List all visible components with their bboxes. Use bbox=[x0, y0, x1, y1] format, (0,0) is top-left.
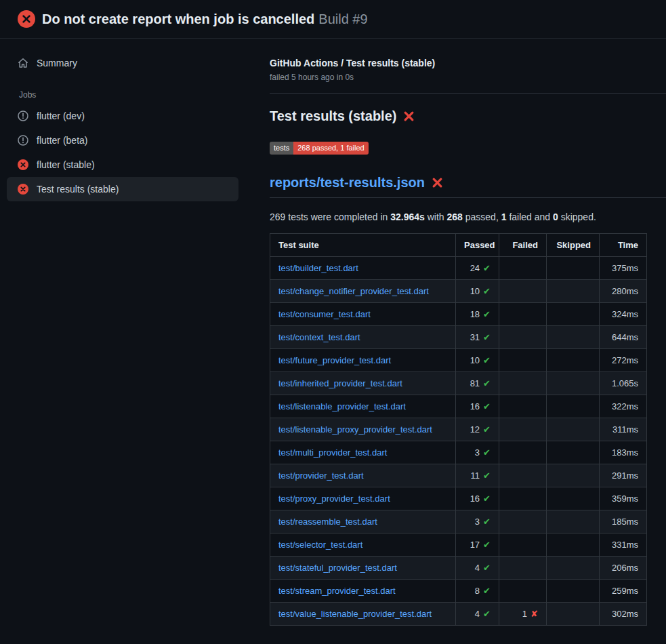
passed-count: 8 bbox=[475, 586, 480, 596]
section-title-text: Test results (stable) bbox=[270, 108, 396, 124]
summary-text: skipped. bbox=[558, 212, 596, 222]
suite-link[interactable]: test/provider_test.dart bbox=[278, 470, 364, 481]
failed-cell bbox=[499, 534, 547, 557]
suite-link[interactable]: test/stateful_provider_test.dart bbox=[278, 563, 397, 573]
sidebar-item-summary[interactable]: Summary bbox=[7, 51, 238, 75]
suite-cell: test/inherited_provider_test.dart bbox=[270, 372, 456, 395]
suite-cell: test/proxy_provider_test.dart bbox=[270, 487, 456, 510]
suite-link[interactable]: test/builder_test.dart bbox=[278, 263, 358, 273]
suite-link[interactable]: test/proxy_provider_test.dart bbox=[278, 494, 390, 504]
passed-cell: 16✔ bbox=[456, 395, 499, 418]
time-cell: 1.065s bbox=[600, 372, 647, 395]
failed-cell bbox=[499, 580, 547, 603]
table-row: test/selector_test.dart17✔331ms bbox=[270, 534, 647, 557]
time-cell: 185ms bbox=[600, 510, 647, 534]
failed-cell bbox=[499, 326, 547, 349]
table-row: test/listenable_provider_test.dart16✔322… bbox=[270, 395, 647, 418]
passed-cell: 4✔ bbox=[456, 557, 499, 580]
failed-status-icon bbox=[18, 184, 28, 195]
check-icon: ✔ bbox=[483, 401, 491, 411]
passed-cell: 3✔ bbox=[456, 510, 499, 534]
suite-link[interactable]: test/reassemble_test.dart bbox=[278, 517, 377, 527]
cross-mark-icon bbox=[403, 110, 415, 122]
table-row: test/context_test.dart31✔644ms bbox=[270, 326, 647, 349]
check-icon: ✔ bbox=[483, 332, 491, 342]
col-test-suite: Test suite bbox=[270, 234, 456, 257]
failed-cell bbox=[499, 303, 547, 326]
sidebar-item-flutter-stable[interactable]: flutter (stable) bbox=[7, 153, 238, 177]
passed-count: 12 bbox=[470, 424, 480, 435]
skipped-cell bbox=[547, 349, 600, 372]
table-row: test/stream_provider_test.dart8✔259ms bbox=[270, 580, 647, 603]
time-cell: 280ms bbox=[600, 280, 647, 303]
sidebar-item-flutter-dev[interactable]: flutter (dev) bbox=[7, 104, 238, 128]
suite-link[interactable]: test/consumer_test.dart bbox=[278, 309, 371, 319]
suite-cell: test/consumer_test.dart bbox=[270, 303, 456, 326]
check-icon: ✔ bbox=[483, 540, 491, 550]
suite-link[interactable]: test/listenable_proxy_provider_test.dart bbox=[278, 424, 432, 435]
suite-link[interactable]: test/multi_provider_test.dart bbox=[278, 447, 387, 458]
table-row: test/consumer_test.dart18✔324ms bbox=[270, 303, 647, 326]
failed-cell bbox=[499, 418, 547, 441]
main-content: GitHub Actions / Test results (stable) f… bbox=[270, 39, 666, 626]
table-row: test/provider_test.dart11✔291ms bbox=[270, 464, 647, 487]
report-heading: reports/test-results.json bbox=[270, 175, 666, 198]
skipped-cell bbox=[547, 418, 600, 441]
check-icon: ✔ bbox=[483, 447, 491, 458]
passed-cell: 11✔ bbox=[456, 464, 499, 487]
suite-link[interactable]: test/inherited_provider_test.dart bbox=[278, 378, 402, 388]
col-passed: Passed bbox=[456, 234, 499, 257]
summary-text: passed, bbox=[463, 212, 501, 222]
sidebar-item-flutter-beta[interactable]: flutter (beta) bbox=[7, 128, 238, 153]
skipped-cell bbox=[547, 326, 600, 349]
run-header: Do not create report when job is cancell… bbox=[0, 0, 666, 39]
passed-cell: 17✔ bbox=[456, 534, 499, 557]
check-icon: ✔ bbox=[483, 286, 491, 296]
sidebar-item-test-results-stable[interactable]: Test results (stable) bbox=[7, 177, 238, 201]
table-row: test/stateful_provider_test.dart4✔206ms bbox=[270, 557, 647, 580]
summary-passed-count: 268 bbox=[447, 212, 463, 222]
suite-link[interactable]: test/selector_test.dart bbox=[278, 540, 362, 550]
report-link[interactable]: reports/test-results.json bbox=[270, 175, 425, 190]
table-row: test/inherited_provider_test.dart81✔1.06… bbox=[270, 372, 647, 395]
run-title-text: Do not create report when job is cancell… bbox=[42, 12, 314, 26]
suite-link[interactable]: test/value_listenable_provider_test.dart bbox=[278, 609, 432, 619]
time-cell: 291ms bbox=[600, 464, 647, 487]
suite-link[interactable]: test/listenable_provider_test.dart bbox=[278, 401, 406, 411]
time-cell: 206ms bbox=[600, 557, 647, 580]
failed-cell bbox=[499, 464, 547, 487]
table-header-row: Test suite Passed Failed Skipped Time bbox=[270, 234, 647, 257]
sidebar-job-label: flutter (dev) bbox=[37, 110, 85, 121]
badge-row: tests 268 passed, 1 failed bbox=[270, 142, 666, 155]
passed-cell: 8✔ bbox=[456, 580, 499, 603]
jobs-section-label: Jobs bbox=[19, 90, 238, 100]
suite-cell: test/listenable_provider_test.dart bbox=[270, 395, 456, 418]
suite-link[interactable]: test/stream_provider_test.dart bbox=[278, 586, 396, 596]
skipped-cell bbox=[547, 464, 600, 487]
passed-cell: 31✔ bbox=[456, 326, 499, 349]
failed-cell bbox=[499, 372, 547, 395]
check-icon: ✔ bbox=[483, 586, 491, 596]
tests-badge: tests 268 passed, 1 failed bbox=[270, 142, 369, 155]
suite-link[interactable]: test/change_notifier_provider_test.dart bbox=[278, 286, 429, 296]
suite-cell: test/stream_provider_test.dart bbox=[270, 580, 456, 603]
check-icon: ✔ bbox=[483, 309, 491, 319]
suite-cell: test/stateful_provider_test.dart bbox=[270, 557, 456, 580]
suite-link[interactable]: test/context_test.dart bbox=[278, 332, 360, 342]
x-icon: ✘ bbox=[530, 609, 538, 619]
failed-cell bbox=[499, 487, 547, 510]
skipped-cell bbox=[547, 580, 600, 603]
suite-link[interactable]: test/future_provider_test.dart bbox=[278, 355, 391, 365]
skipped-cell bbox=[547, 372, 600, 395]
check-icon: ✔ bbox=[483, 263, 491, 273]
results-table-body: test/builder_test.dart24✔375mstest/chang… bbox=[270, 257, 647, 626]
time-cell: 359ms bbox=[600, 487, 647, 510]
suite-cell: test/listenable_proxy_provider_test.dart bbox=[270, 418, 456, 441]
passed-cell: 10✔ bbox=[456, 280, 499, 303]
passed-count: 3 bbox=[475, 447, 480, 458]
sidebar-job-label: flutter (beta) bbox=[37, 135, 87, 146]
col-failed: Failed bbox=[499, 234, 547, 257]
sidebar-job-label: Test results (stable) bbox=[37, 184, 119, 195]
time-cell: 644ms bbox=[600, 326, 647, 349]
suite-cell: test/builder_test.dart bbox=[270, 257, 456, 280]
